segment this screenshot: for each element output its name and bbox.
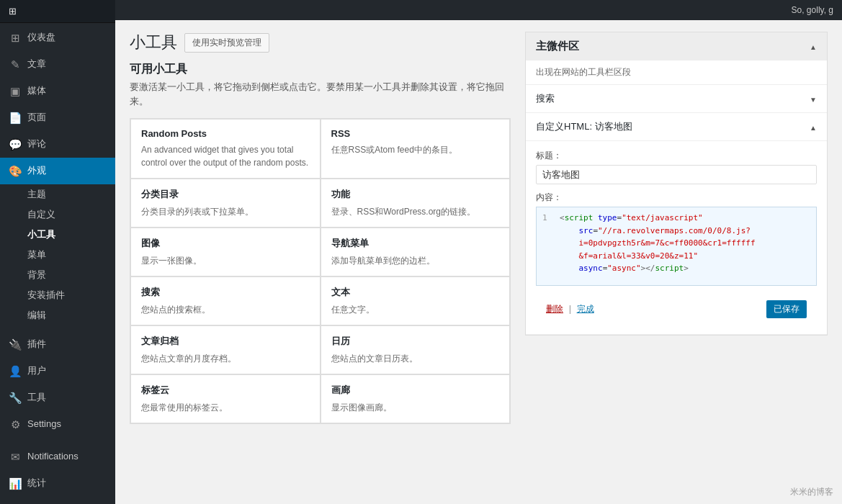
topbar: So, golly, g [115,0,842,20]
widget-desc-calendar: 您站点的文章日历表。 [331,352,500,365]
pages-icon: 📄 [9,110,22,125]
widget-links: 删除 | 完成 [546,303,594,315]
sidebar-item-posts[interactable]: ✎ 文章 [0,51,115,78]
page-title: 小工具 [130,32,177,53]
code-editor[interactable]: 1 <script type="text/javascript" src="//… [536,207,817,286]
code-line-1: 1 <script type="text/javascript" src="//… [542,212,810,275]
widget-archives[interactable]: 文章归档 您站点文章的月度存档。 [130,325,321,374]
settings-icon: ⚙ [9,417,22,432]
widget-rss[interactable]: RSS 任意RSS或Atom feed中的条目。 [321,119,511,179]
users-icon: 👤 [9,364,22,379]
posts-icon: ✎ [9,57,22,72]
widget-name-archives: 文章归档 [141,335,310,348]
title-label: 标题： [536,150,817,162]
sidebar-sub-themes[interactable]: 主题 [0,184,115,204]
sidebar-sub-customize[interactable]: 自定义 [0,204,115,225]
sidebar-sub-editor[interactable]: 编辑 [0,305,115,325]
sidebar-main-nav: ⊞ 仪表盘 ✎ 文章 ▣ 媒体 📄 页面 💬 评论 🎨 外观 主题 自定义 小工… [0,24,115,325]
sidebar-label-comments: 评论 [27,138,46,150]
widget-item-search: 搜索 [526,85,827,113]
plugins-icon: 🔌 [9,337,22,352]
widget-tag-cloud[interactable]: 标签云 您最常使用的标签云。 [130,374,321,423]
widget-name-meta: 功能 [331,188,500,201]
widget-desc-categories: 分类目录的列表或下拉菜单。 [141,205,310,218]
sidebar-item-appearance[interactable]: 🎨 外观 [0,158,115,184]
widget-area-title: 主微件区 [536,40,579,53]
left-panel: 小工具 使用实时预览管理 可用小工具 要激活某一小工具，将它拖动到侧栏或点击它。… [130,32,511,492]
sidebar: ⊞ ⊞ 仪表盘 ✎ 文章 ▣ 媒体 📄 页面 💬 评论 🎨 外观 主题 自定义 … [0,0,115,504]
widget-search[interactable]: 搜索 您站点的搜索框。 [130,276,321,325]
widget-name-text: 文本 [331,286,500,299]
content-label: 内容： [536,192,817,204]
widget-item-html-header[interactable]: 自定义HTML: 访客地图 [526,113,827,140]
widget-name-calendar: 日历 [331,335,500,348]
sidebar-label-settings: Settings [27,418,61,431]
sidebar-item-stats[interactable]: 📊 统计 [0,470,115,497]
widget-name-gallery: 画廊 [331,384,500,397]
widget-item-html: 自定义HTML: 访客地图 标题： 内容： 1 [526,113,827,335]
sidebar-label-stats: 统计 [27,477,46,490]
sidebar-label-dashboard: 仪表盘 [27,31,55,44]
widget-gallery[interactable]: 画廊 显示图像画廊。 [321,374,511,423]
sidebar-item-notifications[interactable]: ✉ Notifications [0,444,115,470]
sidebar-item-settings[interactable]: ⚙ Settings [0,411,115,438]
sidebar-item-media[interactable]: ▣ 媒体 [0,78,115,104]
widget-item-search-title: 搜索 [536,92,555,105]
widget-actions: 删除 | 完成 已保存 [536,293,817,325]
sidebar-label-plugins: 插件 [27,338,46,351]
done-link[interactable]: 完成 [577,304,594,314]
widget-desc-archives: 您站点文章的月度存档。 [141,352,310,365]
available-widgets-title: 可用小工具 [130,62,511,77]
widget-name-image: 图像 [141,237,310,250]
widget-area-desc: 出现在网站的工具栏区段 [526,60,827,85]
sidebar-item-tools[interactable]: 🔧 工具 [0,384,115,411]
appearance-icon: 🎨 [9,163,22,179]
widget-area-main: 主微件区 出现在网站的工具栏区段 搜索 自定义HTML: 访客地图 [525,32,828,336]
available-widgets-desc: 要激活某一小工具，将它拖动到侧栏或点击它。要禁用某一小工具并删除其设置，将它拖回… [130,80,511,108]
widget-name-tag-cloud: 标签云 [141,384,310,397]
sidebar-label-pages: 页面 [27,111,46,124]
preview-button[interactable]: 使用实时预览管理 [184,33,269,53]
sidebar-item-pages[interactable]: 📄 页面 [0,104,115,131]
content-area: 小工具 使用实时预览管理 可用小工具 要激活某一小工具，将它拖动到侧栏或点击它。… [115,20,842,504]
sidebar-label-notifications: Notifications [27,450,79,463]
right-panel: 主微件区 出现在网站的工具栏区段 搜索 自定义HTML: 访客地图 [525,32,828,492]
widget-search-toggle-icon [810,94,817,104]
widget-grid: Random Posts An advanced widget that giv… [130,118,511,424]
widget-image[interactable]: 图像 显示一张图像。 [130,228,321,276]
widget-desc-tag-cloud: 您最常使用的标签云。 [141,401,310,414]
widget-nav-menu[interactable]: 导航菜单 添加导航菜单到您的边栏。 [321,228,511,276]
sidebar-item-dashboard[interactable]: ⊞ 仪表盘 [0,24,115,51]
title-input[interactable] [536,165,817,184]
sidebar-item-users[interactable]: 👤 用户 [0,358,115,384]
widget-categories[interactable]: 分类目录 分类目录的列表或下拉菜单。 [130,179,321,228]
notifications-icon: ✉ [9,449,22,464]
sidebar-label-tools: 工具 [27,391,46,404]
sidebar-sub-install-plugins[interactable]: 安装插件 [0,285,115,305]
widget-desc-nav-menu: 添加导航菜单到您的边栏。 [331,254,500,267]
sidebar-sub-widgets[interactable]: 小工具 [0,225,115,245]
widget-text[interactable]: 文本 任意文字。 [321,276,511,325]
sidebar-sub-background[interactable]: 背景 [0,265,115,285]
sidebar-label-media: 媒体 [27,84,46,97]
content-field-row: 内容： 1 <script type="text/javascript" src… [536,192,817,286]
tools-icon: 🔧 [9,390,22,405]
sidebar-item-plugins[interactable]: 🔌 插件 [0,331,115,358]
widget-item-html-title: 自定义HTML: 访客地图 [536,120,632,133]
comments-icon: 💬 [9,137,22,152]
delete-link[interactable]: 删除 [546,304,563,314]
wp-icon: ⊞ [9,6,17,17]
widget-meta[interactable]: 功能 登录、RSS和WordPress.org的链接。 [321,179,511,228]
widget-desc-text: 任意文字。 [331,303,500,316]
sidebar-item-comments[interactable]: 💬 评论 [0,131,115,158]
widget-random-posts[interactable]: Random Posts An advanced widget that giv… [130,119,321,179]
main-content: So, golly, g 小工具 使用实时预览管理 可用小工具 要激活某一小工具… [115,0,842,504]
widget-item-search-header[interactable]: 搜索 [526,85,827,112]
sidebar-item-collapse[interactable]: ◀ 收起菜单 [0,497,115,504]
widget-desc-image: 显示一张图像。 [141,254,310,267]
sidebar-logo: ⊞ [0,0,115,23]
widget-desc-random-posts: An advanced widget that gives you total … [141,143,310,169]
sidebar-sub-menus[interactable]: 菜单 [0,245,115,265]
widget-calendar[interactable]: 日历 您站点的文章日历表。 [321,325,511,374]
widget-area-header[interactable]: 主微件区 [526,32,827,60]
